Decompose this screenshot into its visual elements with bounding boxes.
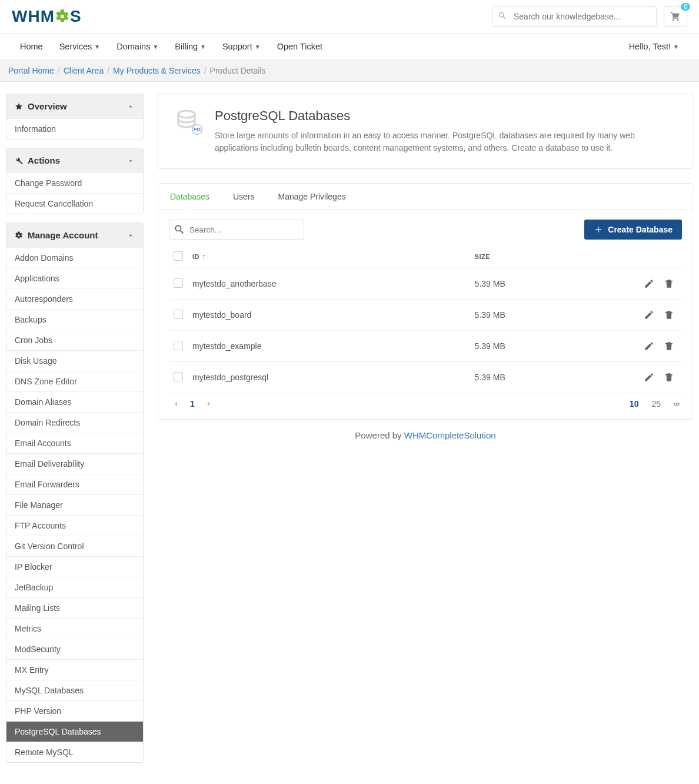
sidebar-item-mailing-lists[interactable]: Mailing Lists <box>6 597 143 618</box>
sidebar-item-metrics[interactable]: Metrics <box>6 618 143 639</box>
page-size-25[interactable]: 25 <box>651 399 661 408</box>
cart-button[interactable]: 0 <box>664 6 687 27</box>
cell-id: mytestdo_example <box>188 331 470 362</box>
nav-label: Support <box>222 42 252 51</box>
tab-databases[interactable]: Databases <box>158 184 221 210</box>
row-checkbox[interactable] <box>174 341 183 350</box>
nav-label: Domains <box>116 42 150 51</box>
sidebar-item-request-cancellation[interactable]: Request Cancellation <box>6 193 143 214</box>
sidebar-item-domain-redirects[interactable]: Domain Redirects <box>6 412 143 433</box>
sidebar-actions-header[interactable]: Actions <box>6 148 143 172</box>
sidebar-item-email-accounts[interactable]: Email Accounts <box>6 433 143 453</box>
select-all-checkbox[interactable] <box>174 251 183 261</box>
logo-text-pre: WHM <box>12 7 55 26</box>
sidebar-item-ftp-accounts[interactable]: FTP Accounts <box>6 515 143 536</box>
prev-page[interactable] <box>171 399 181 408</box>
star-icon <box>15 102 23 111</box>
breadcrumb: Portal Home/Client Area/My Products & Se… <box>0 60 699 82</box>
sidebar-item-autoresponders[interactable]: Autoresponders <box>6 288 143 309</box>
sidebar-item-addon-domains[interactable]: Addon Domains <box>6 247 143 268</box>
sidebar-manage-panel: Manage Account Addon DomainsApplications… <box>6 222 144 763</box>
sidebar-item-disk-usage[interactable]: Disk Usage <box>6 350 143 371</box>
edit-icon[interactable] <box>641 275 657 292</box>
sidebar-item-change-password[interactable]: Change Password <box>6 172 143 193</box>
sidebar-actions-title: Actions <box>28 155 60 165</box>
table-row: mytestdo_postgresql5.39 MB <box>169 362 682 393</box>
sidebar-item-modsecurity[interactable]: ModSecurity <box>6 639 143 659</box>
sidebar-item-file-manager[interactable]: File Manager <box>6 494 143 515</box>
tab-manage-privileges[interactable]: Manage Privileges <box>267 184 358 210</box>
sidebar-item-mx-entry[interactable]: MX Entry <box>6 659 143 680</box>
create-database-button[interactable]: Create Database <box>584 220 682 240</box>
logo-text-post: S <box>70 7 82 26</box>
caret-down-icon: ▼ <box>673 44 679 50</box>
trash-icon[interactable] <box>661 338 677 354</box>
table-row: mytestdo_example5.39 MB <box>169 331 682 362</box>
nav-label: Services <box>59 42 92 51</box>
cell-id: mytestdo_board <box>188 300 470 331</box>
sidebar-manage-header[interactable]: Manage Account <box>6 223 143 247</box>
sidebar-item-backups[interactable]: Backups <box>6 309 143 330</box>
footer-link[interactable]: WHMCompleteSolution <box>404 430 496 440</box>
row-checkbox[interactable] <box>174 310 183 319</box>
sidebar-item-applications[interactable]: Applications <box>6 268 143 288</box>
row-checkbox[interactable] <box>174 372 183 381</box>
page-size-10[interactable]: 10 <box>630 399 639 408</box>
tab-users[interactable]: Users <box>221 184 267 210</box>
sidebar-item-email-forwarders[interactable]: Email Forwarders <box>6 474 143 494</box>
kb-search-input[interactable] <box>492 6 657 27</box>
cell-size: 5.39 MB <box>470 362 617 393</box>
row-checkbox[interactable] <box>174 278 183 288</box>
nav-domains[interactable]: Domains ▼ <box>108 34 167 59</box>
sidebar-item-dns-zone-editor[interactable]: DNS Zone Editor <box>6 371 143 391</box>
database-icon: PG <box>175 108 203 137</box>
page-current[interactable]: 1 <box>190 399 195 408</box>
page-description: Store large amounts of information in an… <box>215 129 676 154</box>
wrench-icon <box>15 157 23 165</box>
trash-icon[interactable] <box>661 275 677 292</box>
table-search-input[interactable] <box>169 220 304 240</box>
sidebar-item-jetbackup[interactable]: JetBackup <box>6 577 143 597</box>
chevron-up-icon <box>127 231 135 240</box>
sidebar-overview-header[interactable]: Overview <box>6 94 143 118</box>
edit-icon[interactable] <box>641 338 657 354</box>
sidebar-item-cron-jobs[interactable]: Cron Jobs <box>6 330 143 350</box>
sidebar-overview-title: Overview <box>28 101 67 111</box>
sidebar-item-remote-mysql[interactable]: Remote MySQL <box>6 742 143 762</box>
search-icon <box>498 11 507 21</box>
edit-icon[interactable] <box>641 369 657 386</box>
main-nav: HomeServices ▼Domains ▼Billing ▼Support … <box>0 34 699 60</box>
crumb-2[interactable]: My Products & Services <box>113 66 201 75</box>
sidebar-item-git-version-control[interactable]: Git Version Control <box>6 536 143 556</box>
svg-point-0 <box>178 111 195 118</box>
trash-icon[interactable] <box>661 369 677 386</box>
col-id[interactable]: ID↑ <box>188 245 470 268</box>
sidebar-item-email-deliverability[interactable]: Email Deliverability <box>6 453 143 474</box>
crumb-0[interactable]: Portal Home <box>8 66 54 75</box>
user-greeting[interactable]: Hello, Test! ▼ <box>621 34 687 59</box>
page-size-∞[interactable]: ∞ <box>674 399 680 408</box>
sidebar-item-ip-blocker[interactable]: IP Blocker <box>6 556 143 577</box>
manage-list: Addon DomainsApplicationsAutorespondersB… <box>6 247 143 762</box>
nav-open-ticket[interactable]: Open Ticket <box>269 34 331 59</box>
sidebar-item-postgresql-databases[interactable]: PostgreSQL Databases <box>6 721 143 742</box>
logo[interactable]: WHM S <box>12 7 82 26</box>
cell-size: 5.39 MB <box>470 331 617 362</box>
search-icon <box>174 224 185 235</box>
edit-icon[interactable] <box>641 307 657 323</box>
nav-home[interactable]: Home <box>12 34 51 59</box>
crumb-1[interactable]: Client Area <box>64 66 104 75</box>
nav-services[interactable]: Services ▼ <box>51 34 109 59</box>
next-page[interactable] <box>204 399 214 408</box>
nav-label: Billing <box>175 42 198 51</box>
sidebar-item-php-version[interactable]: PHP Version <box>6 700 143 721</box>
sidebar-item-domain-aliases[interactable]: Domain Aliases <box>6 391 143 412</box>
table-row: mytestdo_anotherbase5.39 MB <box>169 268 682 300</box>
trash-icon[interactable] <box>661 307 677 323</box>
sidebar-item-mysql-databases[interactable]: MySQL Databases <box>6 680 143 700</box>
nav-billing[interactable]: Billing ▼ <box>167 34 214 59</box>
nav-label: Home <box>20 42 43 51</box>
col-size[interactable]: SIZE <box>470 245 617 268</box>
sidebar-item-information[interactable]: Information <box>6 118 143 139</box>
nav-support[interactable]: Support ▼ <box>214 34 269 59</box>
